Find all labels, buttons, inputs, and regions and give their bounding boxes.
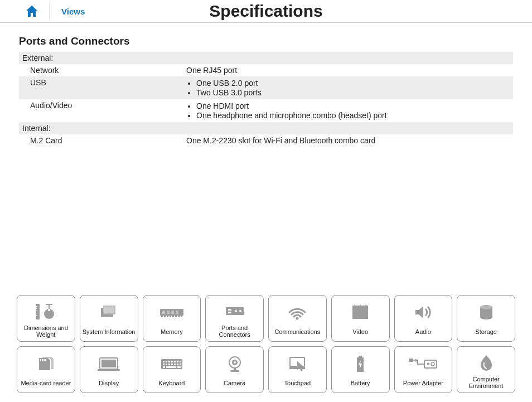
svg-rect-60 xyxy=(177,366,181,368)
separator xyxy=(50,3,50,19)
content-area: Ports and Connectors External:NetworkOne… xyxy=(0,23,532,292)
svg-rect-5 xyxy=(36,315,37,316)
svg-rect-55 xyxy=(174,364,176,365)
spec-row: USBOne USB 2.0 portTwo USB 3.0 ports xyxy=(19,76,513,99)
section-title: Ports and Connectors xyxy=(19,35,513,47)
nav-card-comms[interactable]: Communications xyxy=(268,295,327,342)
nav-card-keyboard[interactable]: Keyboard xyxy=(143,346,201,393)
spec-label: M.2 Card xyxy=(19,136,186,145)
svg-rect-49 xyxy=(177,361,178,362)
mediacard-icon xyxy=(35,350,57,377)
nav-label: Touchpad xyxy=(284,377,311,389)
nav-label: Battery xyxy=(351,377,370,389)
svg-rect-57 xyxy=(180,364,181,365)
list-item: Two USB 3.0 ports xyxy=(196,88,513,97)
display-icon xyxy=(96,350,121,377)
camera-icon xyxy=(225,350,245,377)
ports-icon xyxy=(223,299,247,324)
group-header: External: xyxy=(19,52,513,64)
svg-rect-28 xyxy=(228,312,231,313)
svg-rect-4 xyxy=(36,313,37,313)
nav-card-dimensions[interactable]: Dimensions and Weight xyxy=(17,295,75,342)
bottom-nav: Dimensions and WeightSystem InformationM… xyxy=(0,292,532,402)
svg-rect-25 xyxy=(176,311,178,314)
svg-rect-27 xyxy=(228,309,231,311)
svg-rect-47 xyxy=(171,361,173,362)
video-icon xyxy=(349,299,371,326)
spec-value: One HDMI portOne headphone and microphon… xyxy=(186,101,513,120)
svg-rect-75 xyxy=(409,359,413,362)
svg-rect-68 xyxy=(289,367,297,369)
nav-label: Computer Environment xyxy=(458,376,514,389)
group-label: External: xyxy=(19,54,513,62)
nav-card-memory[interactable]: Memory xyxy=(143,295,201,342)
spec-label: Network xyxy=(19,66,186,75)
list-item: One USB 2.0 port xyxy=(196,79,513,88)
svg-point-73 xyxy=(431,362,434,366)
nav-card-storage[interactable]: Storage xyxy=(457,295,515,342)
spec-value: One M.2-2230 slot for Wi-Fi and Bluetoot… xyxy=(186,136,513,145)
nav-card-environment[interactable]: Computer Environment xyxy=(457,346,515,393)
svg-rect-14 xyxy=(161,316,163,317)
spec-row: NetworkOne RJ45 port xyxy=(19,64,513,76)
poweradapter-icon xyxy=(408,350,439,377)
svg-rect-33 xyxy=(352,306,368,309)
svg-rect-22 xyxy=(162,311,165,314)
svg-rect-38 xyxy=(43,359,45,361)
nav-card-mediacard[interactable]: Media-card reader xyxy=(17,346,75,393)
nav-card-touchpad[interactable]: Touchpad xyxy=(268,346,327,393)
svg-point-35 xyxy=(480,305,492,309)
nav-card-audio[interactable]: Audio xyxy=(394,295,453,342)
nav-card-sysinfo[interactable]: System Information xyxy=(80,295,138,342)
svg-rect-44 xyxy=(163,361,165,362)
svg-point-31 xyxy=(296,317,299,320)
nav-label: Display xyxy=(99,377,119,389)
list-item: One HDMI port xyxy=(196,101,513,110)
nav-card-ports[interactable]: Ports and Connectors xyxy=(205,295,264,342)
svg-rect-56 xyxy=(177,364,178,365)
svg-point-9 xyxy=(48,309,50,311)
nav-label: Camera xyxy=(224,377,245,389)
views-link[interactable]: Views xyxy=(61,7,85,16)
keyboard-icon xyxy=(159,350,185,377)
nav-card-display[interactable]: Display xyxy=(80,346,138,393)
nav-label: Memory xyxy=(161,326,183,338)
svg-rect-45 xyxy=(166,361,167,362)
spec-value: One USB 2.0 portTwo USB 3.0 ports xyxy=(186,78,513,98)
svg-rect-74 xyxy=(427,363,429,365)
svg-rect-54 xyxy=(171,364,173,365)
svg-rect-48 xyxy=(174,361,176,362)
svg-rect-50 xyxy=(180,361,181,362)
nav-label: Audio xyxy=(415,326,431,338)
audio-icon xyxy=(412,299,434,326)
header: Views Specifications xyxy=(0,0,532,23)
nav-label: System Information xyxy=(83,326,136,338)
svg-rect-42 xyxy=(98,369,120,371)
svg-rect-64 xyxy=(234,368,236,370)
svg-rect-23 xyxy=(167,311,170,314)
spec-label: USB xyxy=(19,78,186,87)
nav-card-video[interactable]: Video xyxy=(331,295,390,342)
svg-rect-58 xyxy=(163,366,165,368)
home-icon[interactable] xyxy=(25,5,38,17)
svg-rect-18 xyxy=(172,316,174,317)
svg-rect-3 xyxy=(36,311,37,311)
spec-label: Audio/Video xyxy=(19,101,186,110)
svg-rect-12 xyxy=(104,307,114,313)
nav-card-poweradapter[interactable]: Power Adapter xyxy=(394,346,453,393)
nav-card-battery[interactable]: Battery xyxy=(331,346,390,393)
svg-rect-36 xyxy=(40,359,41,361)
nav-card-camera[interactable]: Camera xyxy=(205,346,264,393)
svg-rect-53 xyxy=(168,364,170,365)
svg-rect-8 xyxy=(46,304,52,305)
svg-rect-41 xyxy=(101,360,116,367)
nav-label: Media-card reader xyxy=(21,377,71,389)
nav-label: Power Adapter xyxy=(403,377,443,389)
svg-rect-20 xyxy=(178,316,180,317)
spec-row: M.2 CardOne M.2-2230 slot for Wi-Fi and … xyxy=(19,134,513,147)
svg-rect-15 xyxy=(164,316,166,317)
nav-label: Video xyxy=(352,326,368,338)
svg-rect-32 xyxy=(352,309,368,319)
svg-rect-17 xyxy=(170,316,171,317)
dimensions-icon xyxy=(33,299,58,324)
